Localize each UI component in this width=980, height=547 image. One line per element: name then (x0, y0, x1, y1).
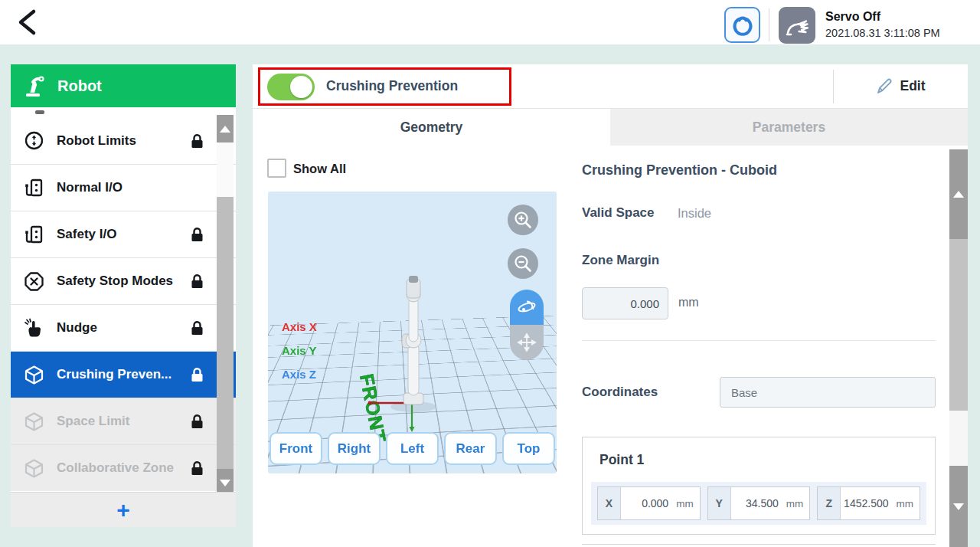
tab-geometry[interactable]: Geometry (253, 109, 610, 146)
view-top-button[interactable]: Top (502, 432, 555, 465)
zoom-in-button[interactable] (508, 205, 538, 235)
orbit-rotate-icon (516, 297, 537, 317)
details-heading: Crushing Prevention - Cuboid (582, 162, 777, 179)
coord-value: 34.500 (731, 487, 784, 519)
coordinates-label: Coordinates (582, 385, 658, 400)
view-front-button[interactable]: Front (270, 432, 322, 465)
cube-icon (24, 458, 44, 479)
sidebar-item-robot-limits[interactable]: Robot Limits (11, 117, 236, 164)
triangle-up-icon (953, 191, 964, 198)
sidebar-scroll-thumb[interactable] (217, 197, 234, 469)
axis-z-label: Axis Z (282, 368, 316, 381)
sidebar-item-collaborative-zone[interactable]: Collaborative Zone (11, 444, 236, 491)
details-scroll-thumb[interactable] (949, 239, 968, 411)
sidebar-item-label: Robot Limits (57, 133, 136, 149)
tab-parameters[interactable]: Parameters (610, 109, 968, 146)
edit-button[interactable]: Edit (834, 64, 968, 108)
zone-margin-input[interactable] (582, 287, 668, 319)
zone-margin-label: Zone Margin (582, 253, 659, 268)
view-rear-button[interactable]: Rear (444, 432, 497, 465)
sidebar-item-label: Safety Stop Modes (57, 274, 173, 289)
axis-label: X (598, 487, 621, 519)
point1-title: Point 1 (599, 452, 644, 468)
axis-label: Z (818, 487, 841, 519)
sidebar-item-space-limit[interactable]: Space Limit (11, 398, 236, 444)
sidebar-scroll-up-button[interactable] (217, 115, 234, 142)
robot-mode-button[interactable] (724, 7, 760, 43)
triangle-down-icon (220, 480, 230, 486)
sidebar-item-label: Nudge (57, 320, 97, 336)
main-panel: Crushing Prevention Edit Geometry Parame… (253, 64, 968, 547)
pan-view-button[interactable] (510, 325, 544, 360)
view-button-label: Right (338, 441, 371, 456)
sidebar: Robot Robot Limits (11, 64, 236, 527)
cube-icon (24, 411, 44, 432)
topbar-divider (769, 8, 769, 41)
show-all-checkbox[interactable] (267, 159, 286, 178)
point1-box: Point 1 X 0.000 mm Y 34.500 mm Z 1452.50… (582, 437, 936, 535)
details-scroll-down-button[interactable] (949, 466, 968, 547)
robot-arm-icon (23, 74, 47, 97)
sidebar-scrollbar[interactable] (217, 115, 234, 496)
lock-icon (191, 367, 204, 382)
details-scroll-track[interactable] (949, 411, 968, 466)
tab-label: Geometry (400, 120, 463, 136)
feature-title: Crushing Prevention (326, 78, 458, 94)
servo-status: Servo Off 2021.08.31 3:11:08 PM (825, 10, 940, 39)
show-all-label: Show All (293, 162, 346, 176)
lock-icon (191, 133, 204, 149)
sidebar-item-nudge[interactable]: Nudge (11, 304, 236, 351)
sidebar-scroll-track[interactable] (217, 142, 234, 197)
lock-icon (191, 460, 204, 476)
zoom-out-button[interactable] (508, 248, 538, 279)
back-chevron-icon (15, 8, 38, 36)
lock-icon (191, 320, 204, 336)
pencil-icon (876, 78, 893, 95)
sidebar-item-safety-stop-modes[interactable]: Safety Stop Modes (11, 257, 236, 304)
sidebar-item-safety-io[interactable]: Safety I/O (11, 211, 236, 257)
edit-button-label: Edit (900, 78, 925, 94)
3d-viewer[interactable]: FRONT Axis X Axis Y Axis Z (268, 192, 557, 473)
toggle-knob (290, 76, 312, 98)
hand-guiding-icon (783, 12, 811, 38)
lock-icon (191, 414, 204, 429)
robot-arm (402, 276, 423, 405)
section-divider (582, 340, 936, 341)
point1-coords-strip: X 0.000 mm Y 34.500 mm Z 1452.500 mm (591, 482, 926, 525)
sidebar-add-button[interactable]: + (11, 492, 236, 527)
point1-x-field[interactable]: X 0.000 mm (597, 486, 701, 520)
sidebar-header: Robot (11, 64, 236, 107)
sidebar-list: Robot Limits Normal I/O (11, 107, 236, 492)
sidebar-item-label: Collaborative Zone (57, 460, 174, 476)
coord-unit: mm (894, 487, 920, 519)
sidebar-item-normal-io[interactable]: Normal I/O (11, 164, 236, 211)
pan-arrows-icon (517, 332, 537, 352)
point1-y-field[interactable]: Y 34.500 mm (707, 486, 811, 520)
crushing-prevention-toggle[interactable] (267, 74, 315, 100)
servo-status-icon-box (779, 7, 815, 44)
triangle-down-icon (953, 503, 964, 510)
point1-z-field[interactable]: Z 1452.500 mm (817, 486, 920, 520)
back-button[interactable] (12, 8, 41, 38)
view-button-label: Left (400, 441, 424, 456)
next-section-partial (582, 544, 936, 546)
coordinates-select[interactable]: Base (720, 377, 936, 408)
view-right-button[interactable]: Right (328, 432, 381, 465)
sidebar-item-crushing-prevention[interactable]: Crushing Preven... (11, 351, 236, 398)
sidebar-item-partial (11, 107, 236, 117)
axis-y-label: Axis Y (282, 344, 317, 357)
view-left-button[interactable]: Left (386, 432, 439, 465)
axis-x-end (368, 401, 372, 405)
io-port-icon (24, 224, 44, 245)
details-scroll-up-button[interactable] (949, 149, 968, 239)
coordinates-value: Base (731, 386, 757, 399)
rotate-view-button[interactable] (510, 290, 544, 325)
valid-space-label: Valid Space (582, 205, 655, 221)
robot-joint-icon (731, 13, 754, 38)
details-scrollbar[interactable] (949, 149, 968, 547)
sidebar-item-label: Normal I/O (57, 180, 122, 195)
zone-margin-unit: mm (678, 296, 699, 310)
magnifier-plus-icon (513, 210, 533, 230)
view-button-label: Front (279, 441, 312, 456)
magnifier-minus-icon (513, 254, 533, 274)
